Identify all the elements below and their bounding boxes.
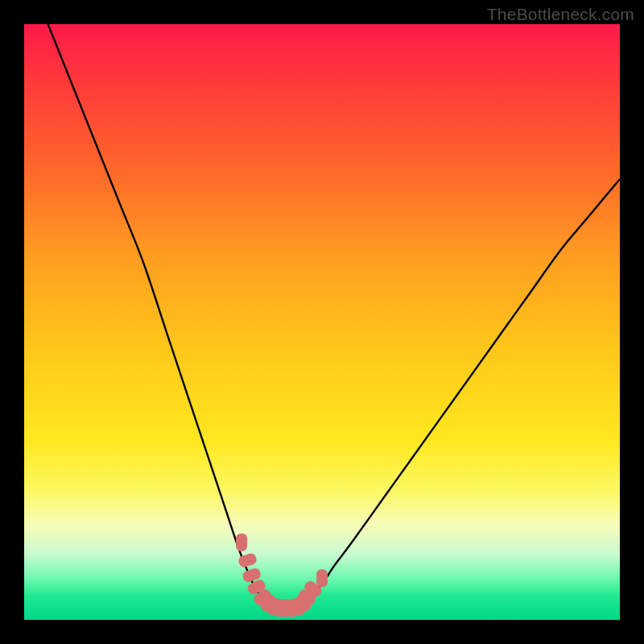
chart-container: TheBottleneck.com <box>0 0 644 644</box>
plot-area <box>24 24 620 620</box>
highlight-marker <box>316 569 328 587</box>
watermark-text: TheBottleneck.com <box>487 5 634 24</box>
left-curve <box>48 24 275 608</box>
curves-svg <box>24 24 620 620</box>
right-curve <box>298 179 620 608</box>
highlight-marker <box>236 534 247 551</box>
